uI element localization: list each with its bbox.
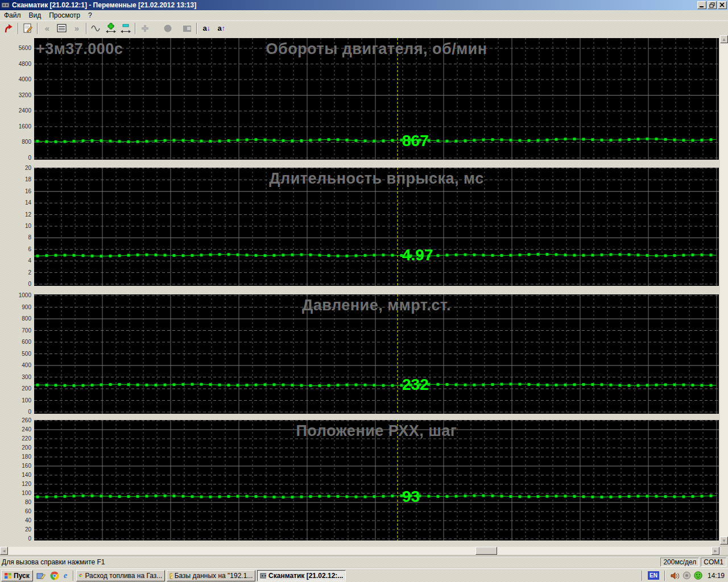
minimize-button[interactable] (697, 1, 706, 9)
status-bar: Для вызова справки нажмите F1 200мс/дел … (0, 556, 728, 568)
wave-button[interactable] (89, 22, 104, 35)
chart-title-3: Давление, ммрт.ст. (34, 297, 719, 314)
taskbar-button-databases[interactable]: Базы данных на "192.1... (167, 570, 255, 581)
y-tick-label: 500 (0, 351, 31, 357)
chart-title-1: Обороты двигателя, об/мин (34, 40, 719, 58)
y-tick-label: 20 (0, 526, 31, 533)
y-tick-label: 160 (0, 463, 31, 469)
charts-area: 5600480040003200240016008000Обороты двиг… (0, 35, 720, 547)
scrollbar-corner (720, 547, 728, 555)
list-icon (57, 24, 67, 33)
y-tick-label: 10 (0, 223, 31, 229)
quick-launch: e (36, 571, 68, 580)
y-tick-label: 0 (0, 535, 31, 542)
taskbar-button-scanmatic[interactable]: Сканматик [21.02.12:... (257, 570, 346, 581)
taskbar-clock: 14:19 (708, 572, 725, 580)
application-window: Сканматик [21.02.12:1] - Переменные [21.… (0, 0, 728, 582)
y-tick-label: 4000 (0, 76, 31, 82)
y-tick-label: 300 (0, 374, 31, 380)
y-tick-label: 4 (0, 257, 31, 264)
y-tick-label: 400 (0, 362, 31, 368)
y-tick-label: 260 (0, 417, 31, 423)
y-tick-label: 8 (0, 234, 31, 240)
arrow-down-icon: ↓ (207, 24, 210, 32)
snapshot-button[interactable] (180, 22, 195, 35)
system-tray: EN 14:19 (639, 571, 727, 581)
y-tick-label: 60 (0, 508, 31, 514)
cursor-value-1: 867 (402, 132, 429, 150)
taskbar-button-fuel[interactable]: Расход топлива на Газ... (76, 570, 165, 581)
menu-help[interactable]: ? (84, 11, 96, 20)
language-indicator[interactable]: EN (648, 571, 659, 580)
start-button[interactable]: Пуск (1, 570, 33, 581)
exit-button[interactable] (1, 22, 16, 35)
menu-browse[interactable]: Просмотр (45, 11, 84, 20)
y-tick-label: 3200 (0, 92, 31, 98)
scroll-up-button[interactable]: ▲ (720, 35, 728, 43)
chrome-icon[interactable] (50, 571, 59, 580)
close-button[interactable] (718, 1, 727, 9)
menu-file[interactable]: Файл (0, 11, 25, 20)
show-desktop-icon[interactable] (36, 571, 46, 580)
app-icon (1, 1, 10, 9)
scroll-right-button[interactable]: ► (712, 547, 719, 555)
y-tick-label: 40 (0, 517, 31, 523)
title-bar[interactable]: Сканматик [21.02.12:1] - Переменные [21.… (0, 0, 728, 10)
zoom-out-time-button[interactable] (118, 22, 133, 35)
y-tick-label: 240 (0, 426, 31, 433)
y-tick-label: 220 (0, 435, 31, 442)
windows-logo-icon (5, 572, 12, 579)
font-increase-button[interactable]: a↑ (214, 22, 229, 35)
arrow-up-icon: ↑ (222, 24, 225, 32)
variables-list-button[interactable] (55, 22, 69, 35)
snapshot-icon (182, 24, 192, 33)
restore-button[interactable] (708, 1, 717, 9)
cursor-value-2: 4.97 (402, 246, 433, 264)
window-controls (697, 1, 727, 9)
y-tick-label: 4800 (0, 61, 31, 67)
volume-icon[interactable] (671, 572, 680, 580)
chart-title-2: Длительность впрыска, мс (34, 170, 719, 188)
horizontal-scrollbar[interactable]: ◄ ► (0, 547, 720, 555)
cursor-time-label: +3м37.000с (36, 40, 123, 58)
scroll-left-button[interactable]: ◄ (0, 547, 8, 555)
toolbar-separator (196, 23, 197, 34)
cursor-value-3: 232 (402, 376, 429, 394)
device-tray-icon[interactable] (682, 571, 691, 580)
y-tick-label: 1000 (0, 292, 31, 298)
menu-bar: Файл Вид Просмотр ? (0, 10, 728, 20)
y-tick-label: 1600 (0, 123, 31, 130)
internet-explorer-icon[interactable]: e (64, 571, 68, 580)
zoom-in-time-button[interactable] (104, 22, 118, 35)
next-icon: » (75, 23, 79, 33)
tray-divider (642, 571, 643, 581)
prev-screen-button[interactable]: « (40, 22, 55, 35)
marker-icon (140, 23, 150, 34)
toolbar: « » a↓ a↑ (0, 20, 728, 35)
y-tick-label: 12 (0, 211, 31, 218)
y-tick-label: 700 (0, 327, 31, 334)
zoom-in-icon (105, 23, 117, 34)
y-tick-label: 200 (0, 385, 31, 392)
font-decrease-button[interactable]: a↓ (199, 22, 214, 35)
record-button[interactable] (160, 22, 175, 35)
vertical-scrollbar[interactable]: ▲ ▼ (720, 35, 728, 544)
y-tick-label: 2 (0, 269, 31, 276)
toolbar-separator (86, 23, 87, 34)
scrollbar-thumb[interactable] (475, 547, 497, 555)
taskbar-divider (73, 571, 74, 581)
y-tick-label: 18 (0, 176, 31, 182)
wave-icon (90, 24, 102, 32)
y-tick-label: 80 (0, 499, 31, 505)
y-tick-label: 200 (0, 444, 31, 451)
antivirus-tray-icon[interactable] (694, 571, 702, 580)
edit-log-button[interactable] (20, 22, 35, 35)
next-screen-button[interactable]: » (69, 22, 84, 35)
y-tick-label: 900 (0, 304, 31, 310)
menu-view[interactable]: Вид (25, 11, 46, 20)
scroll-down-button[interactable]: ▼ (720, 537, 728, 544)
y-tick-label: 5600 (0, 45, 31, 51)
marker-button[interactable] (138, 22, 152, 35)
chart-title-4: Положение РХХ, шаг (34, 422, 719, 440)
scanmatic-icon (260, 572, 266, 579)
